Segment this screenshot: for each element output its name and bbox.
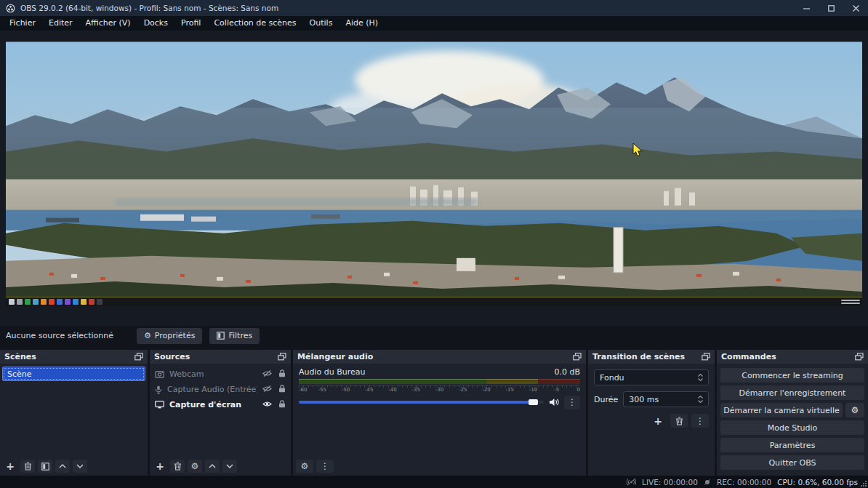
menu-outils[interactable]: Outils bbox=[303, 16, 339, 31]
meter-tick-label: -35 bbox=[412, 387, 420, 393]
source-row-capture-audio[interactable]: Capture Audio (Entrée) bbox=[150, 382, 291, 397]
mixer-panel-header[interactable]: Mélangeur audio bbox=[293, 350, 586, 364]
mixer-menu-button[interactable]: ⋮ bbox=[316, 460, 334, 473]
volume-meter bbox=[299, 379, 580, 384]
popout-dock-icon[interactable] bbox=[134, 353, 143, 361]
minimize-button[interactable] bbox=[794, 0, 819, 16]
sources-list: Webcam Capture Audio (Entrée) bbox=[150, 364, 291, 476]
visibility-on-icon[interactable] bbox=[262, 400, 272, 410]
kebab-icon: ⋮ bbox=[696, 417, 704, 425]
scenes-panel-header[interactable]: Scènes bbox=[0, 350, 148, 364]
microphone-icon bbox=[155, 385, 162, 394]
window-title: OBS 29.0.2 (64-bit, windows) - Profil: S… bbox=[20, 4, 278, 12]
lock-icon[interactable] bbox=[278, 369, 286, 380]
filters-label: Filtres bbox=[228, 331, 252, 340]
meter-tick-label: -5 bbox=[554, 387, 559, 393]
transitions-panel-header[interactable]: Transition de scènes bbox=[588, 350, 715, 364]
chevron-up-icon bbox=[59, 464, 66, 468]
volume-slider-handle[interactable] bbox=[529, 399, 538, 405]
transition-select[interactable]: Fondu bbox=[594, 369, 709, 385]
taskbar-app-icon bbox=[81, 299, 87, 305]
scenes-panel: Scènes Scène + bbox=[0, 350, 148, 476]
popout-dock-icon[interactable] bbox=[702, 353, 710, 361]
lock-icon[interactable] bbox=[278, 385, 286, 395]
scene-list-item[interactable]: Scène bbox=[2, 367, 145, 381]
start-recording-button[interactable]: Démarrer l'enregistrement bbox=[720, 385, 864, 400]
titlebar: OBS 29.0.2 (64-bit, windows) - Profil: S… bbox=[0, 0, 868, 16]
resize-grip[interactable] bbox=[861, 481, 867, 487]
menu-collection-scenes[interactable]: Collection de scènes bbox=[207, 16, 302, 31]
popout-dock-icon[interactable] bbox=[855, 353, 864, 361]
close-button[interactable] bbox=[843, 0, 868, 16]
controls-panel-header[interactable]: Commandes bbox=[717, 350, 868, 364]
menu-afficher[interactable]: Afficher (V) bbox=[79, 16, 137, 31]
audio-source-name: Audio du Bureau bbox=[299, 367, 366, 377]
transition-menu-button[interactable]: ⋮ bbox=[691, 414, 709, 428]
audio-level-db: 0.0 dB bbox=[554, 367, 580, 377]
taskbar-app-icon bbox=[25, 299, 31, 305]
taskbar-app-icon bbox=[17, 299, 23, 305]
menu-profil[interactable]: Profil bbox=[174, 16, 207, 31]
source-row-webcam[interactable]: Webcam bbox=[150, 367, 291, 382]
visibility-off-icon[interactable] bbox=[262, 385, 272, 395]
preview-canvas[interactable] bbox=[6, 41, 862, 306]
menu-docks[interactable]: Docks bbox=[137, 16, 174, 31]
move-scene-down-button[interactable] bbox=[73, 460, 87, 473]
studio-mode-button[interactable]: Mode Studio bbox=[720, 420, 864, 435]
volume-slider[interactable] bbox=[299, 401, 544, 404]
taskbar-app-icon bbox=[65, 299, 71, 305]
taskbar-app-icon bbox=[97, 299, 103, 305]
visibility-off-icon[interactable] bbox=[262, 369, 272, 380]
settings-button[interactable]: Paramètres bbox=[720, 438, 864, 452]
mixer-toolbar: ⚙ ⋮ bbox=[296, 460, 334, 473]
captured-taskbar bbox=[6, 297, 862, 306]
sources-panel-header[interactable]: Sources bbox=[150, 350, 291, 364]
duration-spinner[interactable]: 300 ms bbox=[623, 391, 709, 407]
move-scene-up-button[interactable] bbox=[55, 460, 70, 473]
add-transition-button[interactable]: + bbox=[649, 414, 667, 428]
meter-tick-label: -15 bbox=[506, 387, 514, 393]
remove-transition-button[interactable] bbox=[670, 414, 688, 428]
source-context-toolbar: Aucune source sélectionné ⚙ Propriétés F… bbox=[0, 327, 868, 345]
popout-dock-icon[interactable] bbox=[573, 353, 582, 361]
duration-label: Durée bbox=[594, 395, 618, 404]
popout-dock-icon[interactable] bbox=[278, 353, 286, 361]
remove-source-button[interactable] bbox=[170, 460, 185, 473]
gear-icon: ⚙ bbox=[144, 332, 151, 340]
speaker-icon[interactable] bbox=[549, 398, 559, 407]
quit-obs-button[interactable]: Quitter OBS bbox=[720, 455, 864, 470]
source-row-capture-ecran[interactable]: Capture d'écran bbox=[150, 397, 291, 412]
rec-time: REC: 00:00:00 bbox=[717, 478, 771, 487]
virtual-camera-settings-button[interactable]: ⚙ bbox=[845, 403, 864, 417]
maximize-button[interactable] bbox=[819, 0, 843, 16]
mixer-panel-title: Mélangeur audio bbox=[297, 352, 373, 361]
properties-button[interactable]: ⚙ Propriétés bbox=[137, 328, 202, 344]
advanced-audio-button[interactable]: ⚙ bbox=[296, 460, 313, 473]
taskbar-app-icon bbox=[57, 299, 63, 305]
obs-logo-icon bbox=[6, 4, 15, 13]
trash-icon bbox=[24, 462, 32, 471]
taskbar-icons bbox=[7, 299, 103, 305]
remove-scene-button[interactable] bbox=[20, 460, 35, 473]
lock-icon[interactable] bbox=[278, 400, 286, 410]
move-source-up-button[interactable] bbox=[205, 460, 220, 473]
status-bar: LIVE: 00:00:00 REC: 00:00:00 CPU: 0.6%, … bbox=[0, 476, 868, 488]
start-virtual-camera-button[interactable]: Démarrer la caméra virtuelle bbox=[720, 403, 843, 417]
scene-filters-button[interactable] bbox=[38, 460, 52, 473]
move-source-down-button[interactable] bbox=[222, 460, 237, 473]
mixer-channel-menu-button[interactable]: ⋮ bbox=[564, 396, 580, 409]
taskbar-clock bbox=[841, 300, 860, 304]
menu-fichier[interactable]: Fichier bbox=[3, 16, 42, 31]
scenes-toolbar: + bbox=[3, 460, 87, 473]
spinner-arrows-icon[interactable] bbox=[698, 396, 703, 403]
menubar: Fichier Editer Afficher (V) Docks Profil… bbox=[0, 16, 868, 31]
start-streaming-button[interactable]: Commencer le streaming bbox=[720, 368, 864, 383]
menu-editer[interactable]: Editer bbox=[42, 16, 79, 31]
meter-tick-label: -55 bbox=[318, 387, 326, 393]
filters-button[interactable]: Filtres bbox=[209, 328, 260, 344]
source-properties-button[interactable]: ⚙ bbox=[188, 460, 202, 473]
menu-aide[interactable]: Aide (H) bbox=[339, 16, 385, 31]
add-source-button[interactable]: + bbox=[153, 460, 167, 473]
add-scene-button[interactable]: + bbox=[3, 460, 17, 473]
transitions-panel-title: Transition de scènes bbox=[592, 352, 685, 361]
